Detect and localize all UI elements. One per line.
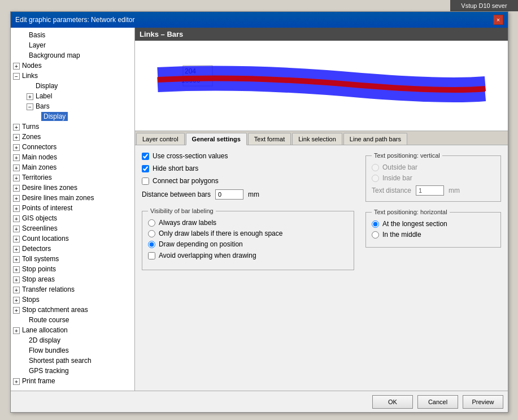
checkbox-connect-bar-polygons-input[interactable] [142, 177, 149, 185]
tree-item-desire-lines-zones[interactable]: +Desire lines zones [11, 183, 134, 193]
checkbox-avoid-overlapping: Avoid overlapping when drawing [148, 252, 348, 259]
checkbox-use-cross-section-input[interactable] [142, 153, 149, 160]
tree-item-background-map[interactable]: Background map [11, 50, 134, 60]
tab-general-settings[interactable]: General settings [186, 133, 247, 145]
tab-text-format[interactable]: Text format [248, 133, 291, 145]
text-distance-unit: mm [449, 187, 460, 194]
expand-icon-turns: + [13, 124, 20, 131]
tree-item-gis-objects[interactable]: +GIS objects [11, 213, 134, 223]
radio-in-middle-label: In the middle [382, 231, 421, 239]
tree-item-desire-lines-main-zones[interactable]: +Desire lines main zones [11, 193, 134, 203]
topbar-text: Vstup D10 sever [461, 2, 507, 9]
right-options: Text positioning: vertical Outside bar I… [365, 152, 501, 384]
tree-item-2d-display[interactable]: 2D display [11, 335, 134, 345]
expand-icon-print-frame: + [13, 378, 20, 385]
radio-inside-bar-input[interactable] [372, 175, 379, 182]
tree-item-nodes[interactable]: +Nodes [11, 60, 134, 71]
tree-item-stop-catchment-areas[interactable]: +Stop catchment areas [11, 305, 134, 315]
text-pos-vertical-legend: Text positioning: vertical [372, 152, 442, 159]
checkbox-use-cross-section-label: Use cross-section values [153, 152, 228, 160]
radio-draw-position-input[interactable] [148, 241, 155, 248]
tree-item-screenlines[interactable]: +Screenlines [11, 223, 134, 233]
preview-area: 204 18666 [135, 41, 508, 131]
text-distance-input[interactable] [416, 185, 444, 196]
expand-icon-count-locations: + [13, 236, 20, 243]
tree-item-main-nodes[interactable]: +Main nodes [11, 152, 134, 162]
tab-link-selection[interactable]: Link selection [292, 133, 342, 145]
visibility-legend: Visibility of bar labeling [148, 207, 216, 214]
tree-item-route-course[interactable]: Route course [11, 315, 134, 325]
distance-input[interactable] [215, 189, 243, 200]
expand-icon-links: − [13, 73, 20, 80]
radio-only-enough-space: Only draw labels if there is enough spac… [148, 230, 348, 237]
tree-item-shortest-path[interactable]: Shortest path search [11, 356, 134, 366]
radio-draw-position: Draw depending on position [148, 240, 348, 248]
checkbox-avoid-overlapping-input[interactable] [148, 252, 155, 259]
expand-icon-stop-catchment: + [13, 307, 20, 314]
tree-item-links-label[interactable]: +Label [11, 91, 134, 101]
radio-in-middle-input[interactable] [372, 231, 379, 239]
right-panel: Links – Bars 204 18666 [135, 28, 508, 391]
radio-always-draw: Always draw labels [148, 219, 348, 227]
expand-icon-toll-systems: + [13, 256, 20, 263]
tree-item-points-of-interest[interactable]: +Points of interest [11, 203, 134, 213]
tree-item-basis[interactable]: Basis [11, 30, 134, 40]
tree-item-gps-tracking[interactable]: GPS tracking [11, 366, 134, 376]
tree-item-stop-areas[interactable]: +Stop areas [11, 274, 134, 284]
checkbox-use-cross-section: Use cross-section values [142, 152, 354, 160]
radio-outside-bar: Outside bar [372, 163, 495, 171]
radio-in-middle: In the middle [372, 231, 495, 239]
tab-content-general: Use cross-section values Hide short bars… [135, 145, 508, 391]
expand-icon-bars: − [27, 103, 33, 110]
tree-item-transfer-relations[interactable]: +Transfer relations [11, 284, 134, 295]
expand-icon-zones: + [13, 134, 20, 141]
tab-layer-control[interactable]: Layer control [136, 133, 185, 145]
panel-header-text: Links – Bars [140, 30, 183, 38]
radio-outside-bar-input[interactable] [372, 164, 379, 171]
distance-unit: mm [248, 190, 259, 198]
footer: OK Cancel Preview [11, 391, 508, 412]
expand-icon-territories: + [13, 175, 20, 181]
checkbox-avoid-overlapping-label: Avoid overlapping when drawing [159, 252, 256, 259]
preview-button[interactable]: Preview [463, 395, 503, 409]
tree-item-toll-systems[interactable]: +Toll systems [11, 254, 134, 264]
expand-icon-stop-points: + [13, 266, 20, 273]
tree-item-bars-display[interactable]: Display [11, 111, 134, 122]
expand-icon-poi: + [13, 205, 20, 212]
tree-item-layer[interactable]: Layer [11, 40, 134, 50]
tree-item-links[interactable]: −Links [11, 71, 134, 81]
radio-inside-bar: Inside bar [372, 174, 495, 182]
expand-icon-desire-lines-zones: + [13, 185, 20, 192]
window-title: Edit graphic parameters: Network editor [15, 16, 134, 24]
ok-button[interactable]: OK [372, 395, 413, 409]
tree-item-turns[interactable]: +Turns [11, 122, 134, 132]
expand-icon-main-nodes: + [13, 154, 20, 161]
expand-icon-gis: + [13, 215, 20, 222]
radio-only-enough-space-input[interactable] [148, 230, 155, 237]
cancel-button[interactable]: Cancel [417, 395, 458, 409]
tree-item-print-frame[interactable]: +Print frame [11, 376, 134, 386]
tree-item-stops[interactable]: +Stops [11, 295, 134, 305]
tab-line-path-bars[interactable]: Line and path bars [343, 133, 407, 145]
tree-item-links-display[interactable]: Display [11, 81, 134, 91]
tree-item-zones[interactable]: +Zones [11, 132, 134, 142]
tree-item-detectors[interactable]: +Detectors [11, 244, 134, 254]
tree-item-lane-allocation[interactable]: +Lane allocation [11, 325, 134, 335]
tree-item-count-locations[interactable]: +Count locations [11, 233, 134, 244]
expand-icon-desire-lines-main-zones: + [13, 195, 20, 202]
panel-header: Links – Bars [135, 28, 508, 41]
checkbox-hide-short-bars-input[interactable] [142, 165, 149, 172]
expand-icon-connectors: + [13, 144, 20, 151]
tree-item-flow-bundles[interactable]: Flow bundles [11, 345, 134, 356]
expand-icon-label: + [27, 93, 33, 100]
tree-item-main-zones[interactable]: +Main zones [11, 162, 134, 172]
tree-item-connectors[interactable]: +Connectors [11, 142, 134, 152]
tree-item-bars[interactable]: −Bars [11, 101, 134, 111]
radio-always-draw-input[interactable] [148, 219, 155, 227]
radio-at-longest-input[interactable] [372, 220, 379, 228]
expand-icon-nodes: + [13, 63, 20, 70]
expand-icon-main-zones: + [13, 164, 20, 171]
close-button[interactable]: × [493, 15, 503, 25]
tree-item-stop-points[interactable]: +Stop points [11, 264, 134, 274]
tree-item-territories[interactable]: +Territories [11, 172, 134, 183]
